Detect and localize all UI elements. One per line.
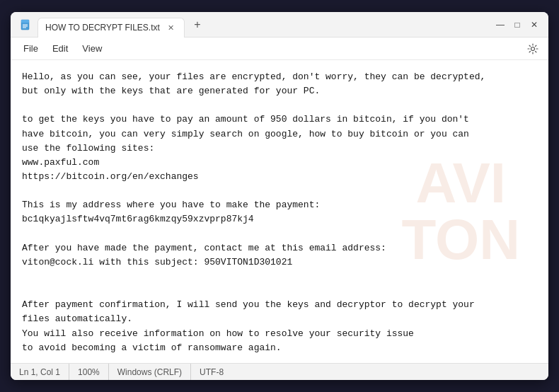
notepad-window: HOW TO DECRYPT FILES.txt ✕ + — □ ✕ File … [11, 12, 548, 380]
menu-view[interactable]: View [75, 40, 109, 57]
settings-button[interactable] [523, 39, 543, 59]
menu-file[interactable]: File [16, 40, 45, 57]
tab-area: HOW TO DECRYPT FILES.txt ✕ + [38, 15, 495, 35]
cursor-position: Ln 1, Col 1 [19, 364, 69, 380]
close-button[interactable]: ✕ [529, 19, 540, 30]
statusbar: Ln 1, Col 1 100% Windows (CRLF) UTF-8 [11, 363, 548, 380]
app-icon [19, 18, 32, 31]
file-content: Hello, as you can see, your files are en… [22, 70, 537, 355]
tab-close-button[interactable]: ✕ [166, 22, 177, 33]
minimize-button[interactable]: — [495, 19, 506, 30]
encoding: UTF-8 [191, 364, 232, 380]
titlebar: HOW TO DECRYPT FILES.txt ✕ + — □ ✕ [11, 12, 548, 38]
new-tab-button[interactable]: + [188, 15, 207, 35]
zoom-level: 100% [69, 364, 109, 380]
active-tab[interactable]: HOW TO DECRYPT FILES.txt ✕ [38, 18, 185, 38]
tab-label: HOW TO DECRYPT FILES.txt [45, 23, 160, 33]
svg-point-5 [531, 47, 535, 50]
svg-rect-1 [21, 20, 29, 23]
content-area[interactable]: AVI TON Hello, as you can see, your file… [11, 60, 548, 363]
menubar: File Edit View [11, 38, 548, 60]
window-controls: — □ ✕ [495, 19, 540, 30]
menu-edit[interactable]: Edit [45, 40, 75, 57]
gear-icon [527, 43, 538, 54]
line-ending: Windows (CRLF) [109, 364, 191, 380]
maximize-button[interactable]: □ [512, 19, 523, 30]
